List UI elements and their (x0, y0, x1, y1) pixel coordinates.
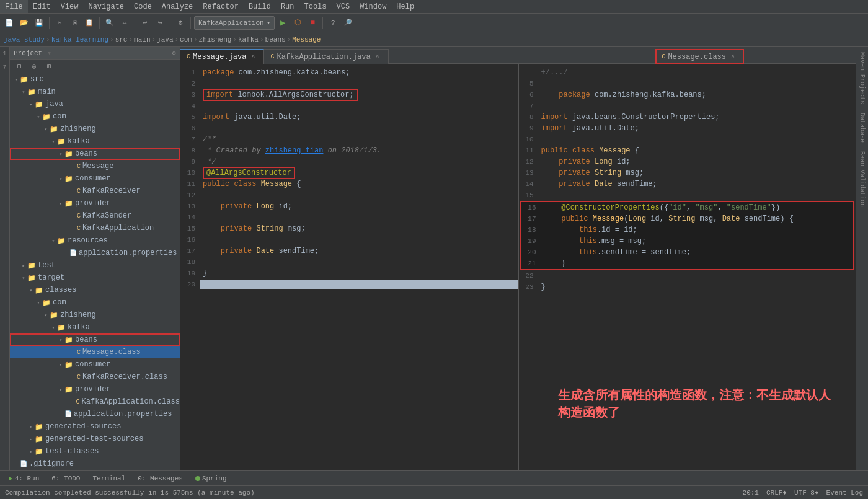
rc-line-17: 17 public Message(Long id, String msg, D… (521, 213, 854, 224)
tab-message-class[interactable]: C Message.class × (655, 49, 744, 64)
tree-provider2[interactable]: ▸ 📁 provider (10, 383, 180, 395)
menu-run[interactable]: Run (276, 0, 299, 13)
bc-message[interactable]: Message (292, 36, 321, 43)
open-btn[interactable]: 📂 (17, 16, 31, 30)
search-everywhere-btn[interactable]: 🔎 (341, 16, 355, 30)
menu-help[interactable]: Help (391, 0, 419, 13)
bc-kafka-learning[interactable]: kafka-learning (51, 36, 108, 43)
main-toolbar: 📄 📂 💾 ✂ ⎘ 📋 🔍 ↔ ↩ ↪ ⚙ KafkaApplication ▾… (0, 14, 868, 32)
bc-src[interactable]: src (115, 36, 128, 43)
bc-kafka[interactable]: kafka (238, 36, 259, 43)
bc-zhisheng[interactable]: zhisheng (199, 36, 232, 43)
new-file-btn[interactable]: 📄 (2, 16, 16, 30)
cursor-position[interactable]: 20:1 (743, 489, 759, 497)
menu-navigate[interactable]: Navigate (83, 0, 129, 13)
tree-provider[interactable]: ▾ 📁 provider (10, 197, 180, 210)
tree-generated-sources[interactable]: ▸ 📁 generated-sources (10, 420, 180, 433)
tree-consumer2[interactable]: ▾ 📁 consumer (10, 358, 180, 371)
bc-com[interactable]: com (180, 36, 192, 43)
structure-icon[interactable]: 7 (1, 63, 9, 72)
menu-view[interactable]: View (56, 0, 84, 13)
tree-beans[interactable]: ▾ 📁 beans (10, 148, 180, 160)
replace-btn[interactable]: ↔ (118, 16, 131, 30)
tree-kafkaapplication-class[interactable]: C KafkaApplication.class (10, 395, 180, 408)
tab-close-btn3[interactable]: × (728, 53, 737, 61)
tree-test-classes[interactable]: ▸ 📁 test-classes (10, 445, 180, 457)
cut-btn[interactable]: ✂ (53, 16, 66, 30)
tree-kafkareceiver-class[interactable]: C KafkaReceiver.class (10, 371, 180, 383)
bc-beans[interactable]: beans (265, 36, 286, 43)
tab-close-btn2[interactable]: × (373, 53, 382, 61)
menu-vcs[interactable]: VCS (332, 0, 355, 13)
tab-close-btn[interactable]: × (249, 53, 257, 61)
left-code-editor[interactable]: 1 package com.zhisheng.kafka.beans; 2 3 … (180, 64, 518, 470)
bottom-toolbar: ▶ 4: Run 6: TODO Terminal 0: Messages Sp… (0, 470, 868, 485)
run-tab[interactable]: ▶ 4: Run (4, 472, 44, 485)
collapse-all-btn[interactable]: ⊟ (12, 60, 26, 73)
encoding[interactable]: UTF-8♦ (794, 489, 819, 497)
debug-button[interactable]: ⬡ (291, 16, 304, 30)
find-btn[interactable]: 🔍 (103, 16, 117, 30)
tree-kafka2[interactable]: ▾ 📁 kafka (10, 321, 180, 333)
tree-classes[interactable]: ▾ 📁 classes (10, 284, 180, 296)
tree-zhisheng2[interactable]: ▾ 📁 zhisheng (10, 309, 180, 321)
todo-tab[interactable]: 6: TODO (46, 472, 85, 485)
spring-tab[interactable]: Spring (190, 472, 232, 485)
settings-btn[interactable]: ⚙ (174, 16, 187, 30)
tab-message-java[interactable]: C Message.java × (180, 49, 264, 64)
tree-consumer[interactable]: ▾ 📁 consumer (10, 172, 180, 185)
gear-icon[interactable]: ⚙ (172, 50, 176, 57)
locate-file-btn[interactable]: ◎ (27, 60, 41, 73)
messages-tab[interactable]: 0: Messages (133, 472, 188, 485)
tab-kafka-application-java[interactable]: C KafkaApplication.java × (264, 49, 388, 64)
bc-java[interactable]: java (157, 36, 173, 43)
run-config-dropdown[interactable]: KafkaApplication ▾ (194, 16, 275, 30)
expand-all-btn[interactable]: ⊞ (42, 60, 56, 73)
bc-main[interactable]: main (134, 36, 150, 43)
bean-validation-label[interactable]: Bean Validation (857, 149, 867, 210)
tree-com[interactable]: ▾ 📁 com (10, 110, 180, 123)
tree-kafkareceiver[interactable]: C KafkaReceiver (10, 185, 180, 197)
event-log[interactable]: Event Log (826, 489, 863, 497)
project-icon[interactable]: 1 (1, 50, 9, 58)
tree-message-class[interactable]: C Message.class (10, 346, 180, 358)
menu-code[interactable]: Code (129, 0, 157, 13)
menu-edit[interactable]: Edit (28, 0, 56, 13)
tree-main[interactable]: ▾ 📁 main (10, 86, 180, 98)
menu-window[interactable]: Window (355, 0, 391, 13)
tree-appprops2[interactable]: 📄 application.properties (10, 408, 180, 420)
help-btn[interactable]: ? (326, 16, 340, 30)
tree-appprops[interactable]: 📄 application.properties (10, 247, 180, 259)
tree-src[interactable]: ▾ 📁 src (10, 73, 180, 86)
tree-generated-test-sources[interactable]: ▸ 📁 generated-test-sources (10, 433, 180, 445)
tree-beans2[interactable]: ▾ 📁 beans (10, 333, 180, 346)
tree-kafka[interactable]: ▾ 📁 kafka (10, 135, 180, 148)
menu-analyze[interactable]: Analyze (157, 0, 198, 13)
menu-tools[interactable]: Tools (299, 0, 332, 13)
menu-file[interactable]: File (0, 0, 28, 13)
stop-button[interactable]: ■ (306, 16, 319, 30)
tree-target[interactable]: ▾ 📁 target (10, 272, 180, 284)
bc-java-study[interactable]: java-study (4, 36, 45, 43)
tree-gitignore[interactable]: 📄 .gitignore (10, 457, 180, 470)
line-ending[interactable]: CRLF♦ (766, 489, 787, 497)
tree-com2[interactable]: ▾ 📁 com (10, 296, 180, 309)
tree-java[interactable]: ▾ 📁 java (10, 98, 180, 110)
tree-zhisheng[interactable]: ▾ 📁 zhisheng (10, 123, 180, 135)
copy-btn[interactable]: ⎘ (68, 16, 81, 30)
terminal-tab[interactable]: Terminal (87, 472, 130, 485)
database-label[interactable]: Database (857, 110, 867, 145)
tree-kafkaapplication[interactable]: C KafkaApplication (10, 222, 180, 234)
tree-test[interactable]: ▸ 📁 test (10, 259, 180, 272)
save-btn[interactable]: 💾 (32, 16, 46, 30)
menu-refactor[interactable]: Refactor (198, 0, 244, 13)
tree-kafkasender[interactable]: C KafkaSender (10, 210, 180, 222)
tree-message-java[interactable]: C Message (10, 160, 180, 172)
redo-btn[interactable]: ↪ (153, 16, 167, 30)
run-button[interactable]: ▶ (276, 16, 290, 30)
maven-projects-label[interactable]: Maven Projects (857, 50, 867, 107)
menu-build[interactable]: Build (244, 0, 276, 13)
paste-btn[interactable]: 📋 (82, 16, 96, 30)
tree-resources[interactable]: ▾ 📁 resources (10, 234, 180, 247)
undo-btn[interactable]: ↩ (138, 16, 152, 30)
